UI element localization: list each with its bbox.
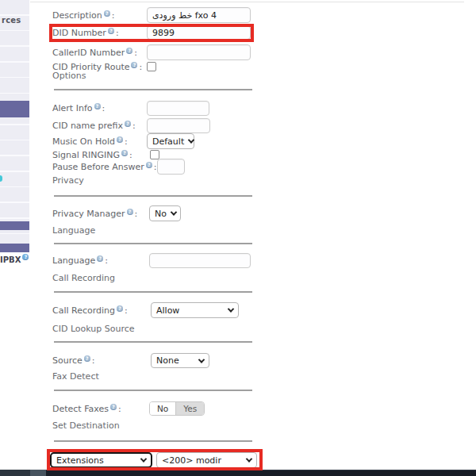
field-row-cid-name-prefix: CID name prefix ? : (52, 118, 210, 133)
pause-before-answer-label: Pause Before Answer ? : (52, 162, 157, 172)
language-label: Language ? : (52, 255, 147, 266)
field-row-alert-info: Alert Info ? : (52, 101, 209, 116)
detect-faxes-no-button[interactable]: No (150, 402, 175, 415)
section-cid-lookup-source: CID Lookup Source (52, 324, 135, 334)
top-divider (30, 2, 464, 2)
section-divider (54, 440, 252, 442)
help-icon[interactable]: ? (104, 10, 110, 17)
sidebar-nav[interactable] (0, 0, 29, 252)
callerid-number-input[interactable] (147, 44, 251, 60)
sidebar-item-label[interactable]: rces (2, 16, 21, 25)
sidebar-active-item[interactable] (0, 221, 29, 230)
section-divider (54, 89, 252, 90)
chevron-down-icon (198, 356, 205, 363)
field-row-privacy-manager: Privacy Manager ? : No (52, 205, 181, 221)
chevron-down-icon (228, 305, 234, 312)
help-icon[interactable]: ? (97, 255, 103, 262)
field-row-source: Source ? : None (52, 353, 209, 368)
pause-before-answer-input[interactable] (157, 159, 185, 175)
field-row-language: Language ? : (52, 253, 251, 268)
bottom-bar-track (46, 470, 476, 476)
detect-faxes-yes-button[interactable]: Yes (175, 402, 204, 415)
field-row-callerid-number: CallerID Number ? : (52, 44, 251, 60)
section-options: Options (52, 71, 86, 81)
help-icon[interactable]: ? (117, 305, 123, 312)
help-icon[interactable]: ? (84, 355, 90, 362)
chevron-down-icon (140, 455, 147, 462)
section-set-destination: Set Destination (52, 420, 120, 431)
sidebar-active-item[interactable] (0, 101, 29, 117)
help-icon[interactable]: ? (94, 103, 101, 109)
description-label: Description ? : (52, 10, 147, 21)
source-label: Source ? : (52, 355, 147, 366)
destination-type-select[interactable]: Extensions (50, 452, 152, 468)
cid-priority-route-checkbox[interactable] (147, 62, 156, 71)
help-icon[interactable]: ? (131, 62, 137, 68)
section-call-recording: Call Recording (52, 273, 115, 283)
destination-target-select[interactable]: <200> modir (156, 452, 257, 468)
sidebar-footer-label: IPBX (0, 255, 21, 264)
music-on-hold-select[interactable]: Default (147, 133, 194, 149)
section-divider (54, 341, 252, 343)
field-row-did-number: DID Number ? : (52, 25, 251, 40)
field-row-detect-faxes: Detect Faxes ? : No Yes (52, 401, 205, 416)
did-number-input[interactable] (147, 25, 251, 40)
source-select[interactable]: None (151, 353, 209, 368)
bottom-bar-segment (0, 470, 30, 476)
help-icon[interactable]: ? (125, 121, 131, 127)
help-icon[interactable]: ? (117, 136, 123, 143)
section-language: Language (52, 225, 95, 236)
help-icon[interactable]: ? (121, 150, 128, 156)
section-divider (54, 243, 252, 244)
bottom-scrollbar[interactable] (0, 470, 476, 476)
sidebar-active-item[interactable] (0, 244, 29, 252)
did-number-label: DID Number ? : (52, 28, 147, 38)
privacy-manager-label: Privacy Manager ? : (52, 209, 147, 219)
description-input[interactable] (147, 7, 251, 23)
cid-name-prefix-label: CID name prefix ? : (52, 121, 147, 131)
bottom-bar-thumb[interactable] (30, 470, 46, 476)
alert-info-input[interactable] (147, 101, 209, 116)
field-row-destination: Extensions <200> modir (50, 452, 257, 468)
privacy-manager-select[interactable]: No (149, 205, 181, 221)
call-recording-select[interactable]: Allow (151, 302, 239, 318)
cid-name-prefix-input[interactable] (147, 118, 210, 133)
sidebar-footer: IPBX ? (0, 254, 30, 265)
detect-faxes-label: Detect Faxes ? : (52, 404, 147, 414)
music-on-hold-label: Music On Hold ? : (52, 136, 147, 147)
section-privacy: Privacy (52, 175, 84, 186)
help-icon[interactable]: ? (146, 162, 152, 168)
field-row-description: Description ? : (52, 7, 251, 23)
chevron-down-icon (171, 209, 177, 215)
language-input[interactable] (149, 253, 251, 268)
section-fax-detect: Fax Detect (52, 371, 99, 382)
call-recording-label: Call Recording ? : (52, 305, 147, 316)
help-icon[interactable]: ? (22, 254, 29, 260)
alert-info-label: Alert Info ? : (52, 103, 147, 113)
field-row-pause-before-answer: Pause Before Answer ? : (52, 159, 185, 175)
field-row-call-recording: Call Recording ? : Allow (52, 302, 239, 318)
callerid-number-label: CallerID Number ? : (52, 48, 147, 58)
chevron-down-icon (246, 455, 252, 462)
help-icon[interactable]: ? (127, 209, 133, 215)
help-icon[interactable]: ? (110, 404, 117, 410)
detect-faxes-toggle: No Yes (149, 401, 205, 416)
help-icon[interactable]: ? (126, 48, 132, 54)
field-row-music-on-hold: Music On Hold ? : Default (52, 133, 194, 149)
chevron-down-icon (188, 136, 194, 143)
section-divider (54, 291, 252, 293)
help-icon[interactable]: ? (108, 28, 114, 34)
section-divider (54, 195, 252, 197)
section-divider (54, 390, 252, 391)
